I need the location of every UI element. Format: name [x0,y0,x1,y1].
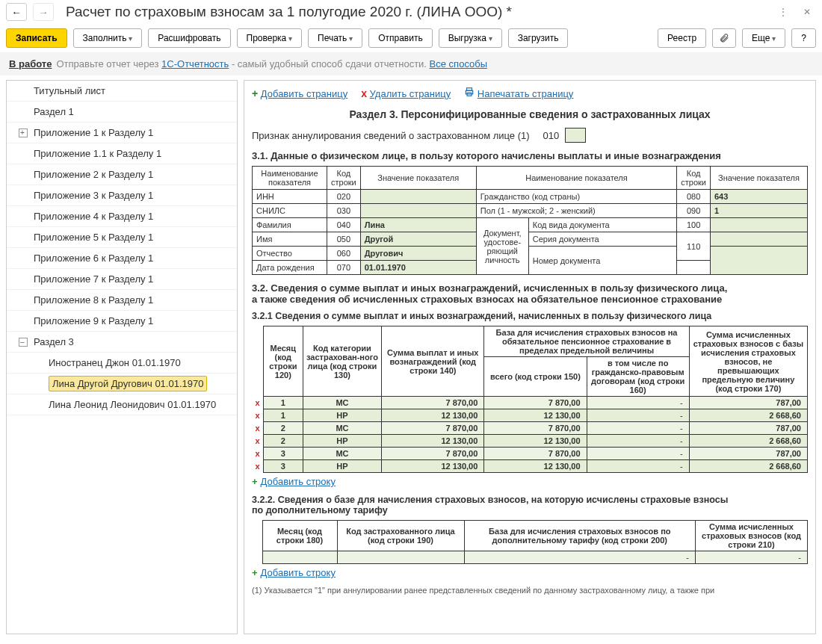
save-button[interactable]: Записать [6,28,67,48]
cancel-flag-row: Признак аннулирования сведений о застрах… [252,128,808,143]
forward-button[interactable]: → [33,3,54,21]
link-1c[interactable]: 1С-Отчетность [161,58,229,69]
tree-item-child[interactable]: Иностранец Джон 01.01.1970 [7,353,237,374]
form-pane: + Добавить страницу x Удалить страницу Н… [244,80,816,634]
toolbar: Записать Заполнить Расшифровать Проверка… [0,24,822,52]
hint-text: Отправьте отчет через 1С-Отчетность - са… [56,58,487,69]
delete-row-icon[interactable]: x [252,397,263,409]
fam-input[interactable]: Лина [360,218,476,232]
sub-3-1: 3.1. Данные о физическом лице, в пользу … [252,150,808,161]
decode-button[interactable]: Расшифровать [148,28,230,48]
citizen-input[interactable]: 643 [711,190,808,204]
kebab-icon[interactable]: ⋮ [774,3,792,21]
send-button[interactable]: Отправить [368,28,433,48]
tree-item[interactable]: Приложение 9 к Разделу 1 [7,311,237,332]
docser-input[interactable] [711,232,808,247]
fill-button[interactable]: Заполнить [73,28,143,48]
table-3-2-2: Месяц (код строки 180) Код застрахованно… [252,520,808,564]
tree-item[interactable]: Титульный лист [7,81,237,102]
print-button[interactable]: Печать [308,28,362,48]
infobar: В работе Отправьте отчет через 1С-Отчетн… [0,52,822,75]
cancel-flag-input[interactable] [565,128,586,143]
sub-3-2-2: 3.2.2. Сведения о базе для начисления ст… [252,495,808,515]
otch-input[interactable]: Другович [360,247,476,261]
tree-item[interactable]: Приложение 8 к Разделу 1 [7,290,237,311]
sub-3-2-1: 3.2.1 Сведения о сумме выплат и иных воз… [252,311,808,321]
table-3-2-1: Месяц (код строки 120) Код категории зас… [252,326,808,473]
sex-input[interactable]: 1 [711,204,808,218]
tree-item[interactable]: Приложение 2 к Разделу 1 [7,164,237,185]
sub-3-2: 3.2. Сведения о сумме выплат и иных возн… [252,282,808,305]
check-button[interactable]: Проверка [237,28,303,48]
tree-item[interactable]: Приложение 1.1 к Разделу 1 [7,143,237,164]
attach-icon[interactable] [712,28,736,48]
status-label: В работе [9,58,52,69]
more-button[interactable]: Еще [742,28,785,48]
link-all[interactable]: Все способы [430,58,487,69]
tree-item[interactable]: Приложение 5 к Разделу 1 [7,227,237,248]
delete-row-icon[interactable]: x [252,422,263,435]
section-title: Раздел 3. Персонифицированные сведения о… [252,108,808,120]
table-3-1: Наименование показателя Код строки Значе… [252,166,808,275]
tree-item[interactable]: Приложение 7 к Разделу 1 [7,269,237,290]
docnum-input[interactable] [711,247,808,275]
titlebar: ← → Расчет по страховым взносам за 1 пол… [0,0,822,24]
tree-item[interactable]: Приложение 1 к Разделу 1 [7,123,237,143]
tree-pane: Титульный листРаздел 1Приложение 1 к Раз… [6,80,238,634]
dob-input[interactable]: 01.01.1970 [360,261,476,275]
name-input[interactable]: Другой [360,232,476,247]
help-button[interactable]: ? [791,28,816,48]
table-row[interactable]: x2МС7 870,007 870,00-787,00 [252,422,808,435]
close-icon[interactable]: ✕ [798,3,816,21]
table-row[interactable]: x2НР12 130,0012 130,00-2 668,60 [252,435,808,448]
import-button[interactable]: Загрузить [508,28,569,48]
back-button[interactable]: ← [6,3,27,21]
tree-item[interactable]: Приложение 6 к Разделу 1 [7,248,237,269]
print-page-link[interactable]: Напечатать страницу [464,87,573,99]
add-row-321[interactable]: +Добавить строку [252,476,808,487]
snils-input[interactable] [360,204,476,218]
delete-row-icon[interactable]: x [252,460,263,473]
tree-item[interactable]: Приложение 4 к Разделу 1 [7,206,237,227]
export-button[interactable]: Выгрузка [439,28,502,48]
tree-item-child[interactable]: Лина Другой Другович 01.01.1970 [7,374,237,394]
table-row[interactable]: x3МС7 870,007 870,00-787,00 [252,448,808,460]
table-row[interactable]: x3НР12 130,0012 130,00-2 668,60 [252,460,808,473]
footnote: (1) Указывается "1" при аннулировании ра… [252,586,808,595]
table-row[interactable]: x1НР12 130,0012 130,00-2 668,60 [252,409,808,422]
tree-item[interactable]: Раздел 3 [7,332,237,353]
page-title: Расчет по страховым взносам за 1 полугод… [66,4,768,20]
tree-item-child[interactable]: Лина Леонид Леонидович 01.01.1970 [7,394,237,415]
tree-item[interactable]: Приложение 3 к Разделу 1 [7,185,237,206]
tree-item[interactable]: Раздел 1 [7,102,237,123]
add-row-322[interactable]: +Добавить строку [252,567,808,578]
delete-row-icon[interactable]: x [252,435,263,448]
delete-row-icon[interactable]: x [252,409,263,422]
inn-input[interactable] [360,190,476,204]
add-page-link[interactable]: + Добавить страницу [252,87,347,99]
dockind-input[interactable] [711,218,808,232]
registry-button[interactable]: Реестр [658,28,706,48]
delete-page-link[interactable]: x Удалить страницу [361,87,451,99]
delete-row-icon[interactable]: x [252,448,263,460]
page-actions: + Добавить страницу x Удалить страницу Н… [252,85,808,105]
table-row[interactable]: x1МС7 870,007 870,00-787,00 [252,397,808,409]
table-row[interactable]: -- [252,551,808,564]
